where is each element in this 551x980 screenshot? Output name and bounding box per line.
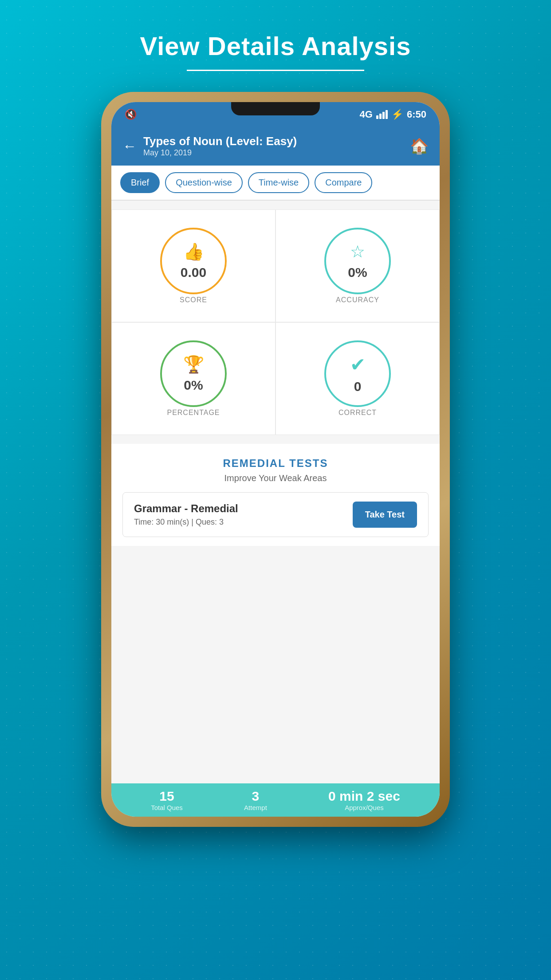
approx-label: Approx/Ques — [345, 804, 384, 811]
app-header: ← Types of Noun (Level: Easy) May 10, 20… — [111, 126, 440, 166]
remedial-card: Grammar - Remedial Time: 30 min(s) | Que… — [122, 492, 429, 537]
score-value: 0.00 — [181, 265, 206, 280]
score-label: SCORE — [180, 296, 207, 304]
total-ques-label: Total Ques — [151, 804, 183, 811]
tab-compare[interactable]: Compare — [315, 172, 372, 193]
remedial-details: Time: 30 min(s) | Ques: 3 — [134, 518, 353, 527]
header-divider — [187, 70, 364, 71]
app-title: Types of Noun (Level: Easy) — [143, 134, 410, 148]
bar2 — [379, 114, 382, 119]
approx-stat: 0 min 2 sec Approx/Ques — [328, 789, 400, 811]
page-title: View Details Analysis — [140, 31, 411, 61]
stats-grid: 👍 0.00 SCORE ☆ 0% ACCURACY 🏆 — [111, 209, 440, 435]
page-header: View Details Analysis — [140, 0, 411, 84]
star-icon: ☆ — [350, 242, 365, 261]
tab-brief[interactable]: Brief — [120, 172, 160, 193]
phone-frame: 🔇 4G ⚡ 6:50 ← Types of Noun (Level: Easy… — [102, 93, 449, 826]
bar3 — [382, 112, 385, 119]
total-ques-stat: 15 Total Ques — [151, 789, 183, 811]
accuracy-cell: ☆ 0% ACCURACY — [276, 209, 440, 322]
signal-bars — [376, 110, 388, 119]
phone-inner: 🔇 4G ⚡ 6:50 ← Types of Noun (Level: Easy… — [111, 102, 440, 817]
remedial-subtitle: Improve Your Weak Areas — [122, 473, 429, 483]
accuracy-circle: ☆ 0% — [324, 228, 391, 294]
correct-circle: ✔ 0 — [324, 340, 391, 407]
network-label: 4G — [360, 109, 373, 120]
back-button[interactable]: ← — [122, 138, 137, 154]
score-circle: 👍 0.00 — [160, 228, 227, 294]
percentage-value: 0% — [184, 378, 203, 393]
percentage-label: PERCENTAGE — [167, 409, 220, 417]
bar1 — [376, 115, 378, 119]
correct-value: 0 — [354, 379, 362, 394]
thumbs-up-icon: 👍 — [183, 242, 204, 261]
mute-icon: 🔇 — [125, 109, 137, 120]
total-ques-value: 15 — [159, 789, 174, 804]
phone-notch — [231, 102, 320, 115]
accuracy-value: 0% — [348, 265, 367, 280]
app-header-title: Types of Noun (Level: Easy) May 10, 2019 — [137, 134, 410, 158]
tabs-container: Brief Question-wise Time-wise Compare — [111, 166, 440, 201]
tab-time-wise[interactable]: Time-wise — [248, 172, 309, 193]
attempt-label: Attempt — [244, 804, 267, 811]
tab-question-wise[interactable]: Question-wise — [165, 172, 243, 193]
bar4 — [386, 110, 388, 119]
approx-value: 0 min 2 sec — [328, 789, 400, 804]
status-right: 4G ⚡ 6:50 — [360, 109, 426, 120]
percentage-circle: 🏆 0% — [160, 340, 227, 407]
home-icon[interactable]: 🏠 — [410, 137, 429, 155]
remedial-name: Grammar - Remedial — [134, 502, 353, 515]
percentage-cell: 🏆 0% PERCENTAGE — [111, 322, 276, 435]
remedial-title: REMEDIAL TESTS — [122, 457, 429, 470]
take-test-button[interactable]: Take Test — [353, 502, 417, 528]
remedial-section: REMEDIAL TESTS Improve Your Weak Areas G… — [111, 444, 440, 546]
score-cell: 👍 0.00 SCORE — [111, 209, 276, 322]
battery-icon: ⚡ — [391, 109, 403, 120]
attempt-stat: 3 Attempt — [244, 789, 267, 811]
content-area: 👍 0.00 SCORE ☆ 0% ACCURACY 🏆 — [111, 201, 440, 783]
correct-label: CORRECT — [338, 409, 377, 417]
accuracy-label: ACCURACY — [336, 296, 379, 304]
remedial-info: Grammar - Remedial Time: 30 min(s) | Que… — [134, 502, 353, 527]
bottom-bar: 15 Total Ques 3 Attempt 0 min 2 sec Appr… — [111, 783, 440, 817]
app-subtitle: May 10, 2019 — [143, 148, 410, 158]
status-left: 🔇 — [125, 109, 137, 120]
attempt-value: 3 — [252, 789, 260, 804]
trophy-icon: 🏆 — [183, 355, 204, 374]
time-display: 6:50 — [407, 109, 426, 120]
correct-cell: ✔ 0 CORRECT — [276, 322, 440, 435]
checkmark-icon: ✔ — [350, 354, 366, 375]
